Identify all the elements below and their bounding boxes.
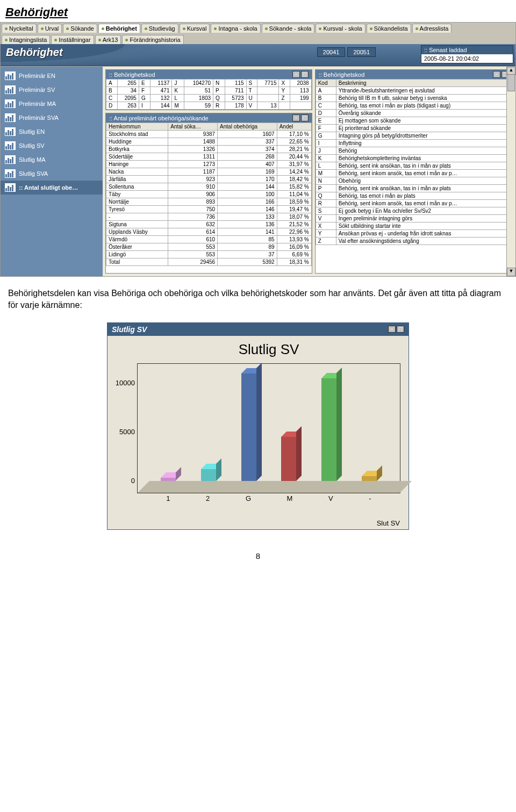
- tab-dot-icon: [319, 27, 321, 30]
- maximize-icon[interactable]: □: [397, 326, 404, 333]
- sidebar-item-7[interactable]: Slutlig SVA: [1, 167, 103, 181]
- tab-urval[interactable]: Urval: [38, 24, 62, 33]
- cell: 471: [150, 87, 172, 95]
- table-row: Haninge127340731,97 %: [106, 161, 312, 168]
- scroll-thumb[interactable]: [507, 74, 515, 91]
- cell: S: [246, 80, 257, 87]
- sidebar-item-label: Preliminär SVA: [19, 114, 59, 121]
- table-row: DÖverårig sökande: [316, 110, 512, 117]
- cell: 1326: [168, 146, 218, 153]
- tab-dot-icon: [41, 27, 44, 30]
- cell: 166: [218, 198, 277, 206]
- bar-G: [241, 373, 256, 481]
- cell: D: [106, 102, 118, 110]
- tab-kursval-skola[interactable]: Kursval - skola: [316, 24, 365, 33]
- chart-window-header: Slutlig SV – □: [108, 323, 408, 336]
- tab-inst-llningar[interactable]: Inställningar: [51, 35, 94, 44]
- year-button-20051[interactable]: 20051: [347, 47, 376, 57]
- cell: Behörig, sent inkom ansök, tas emot i må…: [336, 200, 512, 207]
- y-tick-label: 5000: [113, 428, 135, 436]
- tab-dot-icon: [214, 27, 217, 30]
- minimize-icon[interactable]: –: [493, 71, 500, 78]
- table-row: Nacka118716914,24 %: [106, 168, 312, 176]
- x-tick-label: 2: [206, 494, 210, 502]
- cell: 22,65 %: [277, 138, 311, 146]
- tab-studiev-g[interactable]: Studieväg: [141, 24, 178, 33]
- minimize-icon[interactable]: –: [292, 71, 300, 78]
- col-header[interactable]: Antal söka…: [168, 123, 218, 131]
- col-header[interactable]: Antal obehöriga: [218, 123, 277, 131]
- chart-window: Slutlig SV – □ Slutlig SV 12GMV- 0500010…: [107, 322, 409, 530]
- tab-label: Nyckeltal: [9, 25, 33, 32]
- cell: 199: [290, 95, 311, 102]
- tab-nyckeltal[interactable]: Nyckeltal: [2, 24, 37, 33]
- tab-dot-icon: [5, 39, 8, 41]
- tab-dot-icon: [370, 27, 372, 30]
- cell: 85: [218, 236, 277, 243]
- tab-kursval[interactable]: Kursval: [180, 24, 210, 33]
- minimize-icon[interactable]: –: [292, 114, 300, 121]
- y-tick-label: 10000: [113, 379, 135, 387]
- panel-title: :: Behörighetskod: [109, 71, 155, 78]
- cell: 29456: [168, 258, 218, 266]
- cell: Behörig, sent ink ansökan, tas in i mån …: [336, 162, 512, 170]
- cell: B: [316, 95, 336, 102]
- cell: 910: [168, 183, 218, 191]
- cell: Obehörig: [336, 177, 512, 185]
- cell: -: [106, 213, 168, 221]
- table-row: IInflyttning: [316, 140, 512, 147]
- panel-behörighetskod-counts: :: Behörighetskod – □ A265E1137J104270N1…: [105, 69, 312, 110]
- cell: 407: [218, 161, 277, 168]
- cell: 136: [218, 221, 277, 228]
- vertical-scrollbar[interactable]: ▲ ▼: [506, 67, 515, 276]
- sidebar-item-3[interactable]: Preliminär SVA: [1, 111, 103, 125]
- cell: Österåker: [106, 243, 168, 251]
- tab-f-r-ndringshistoria[interactable]: Förändringshistoria: [122, 35, 183, 44]
- col-header[interactable]: Hemkommun: [106, 123, 168, 131]
- tab-s-kande-skola[interactable]: Sökande - skola: [262, 24, 315, 33]
- sidebar-item-4[interactable]: Slutlig EN: [1, 125, 103, 139]
- tab-beh-righet[interactable]: Behörighet: [98, 24, 140, 33]
- cell: Haninge: [106, 161, 168, 168]
- bar-chart-icon: [5, 113, 16, 122]
- cell: G: [139, 95, 150, 102]
- tab-dot-icon: [54, 39, 57, 41]
- sidebar-item-6[interactable]: Slutlig MA: [1, 153, 103, 167]
- sidebar-item-0[interactable]: Preliminär EN: [1, 69, 103, 83]
- col-header[interactable]: Beskrivning: [336, 80, 512, 87]
- maximize-icon[interactable]: □: [301, 71, 309, 78]
- cell: 11,04 %: [277, 191, 311, 198]
- tab-label: Behörighet: [106, 25, 137, 32]
- cell: 34: [117, 87, 139, 95]
- tab-dot-icon: [98, 39, 101, 41]
- cell: Behörig, tas emot i mån av plats: [336, 192, 512, 200]
- tab-adresslista[interactable]: Adresslista: [412, 24, 452, 33]
- table-row: SEj godk betyg i En Ma och/eller Sv/Sv2: [316, 207, 512, 215]
- table-row: C2095G132L1803Q5723UZ199: [106, 95, 312, 102]
- maximize-icon[interactable]: □: [301, 114, 309, 121]
- scroll-down-icon[interactable]: ▼: [507, 268, 515, 276]
- sidebar-item-2[interactable]: Preliminär MA: [1, 97, 103, 111]
- cell: Y: [316, 230, 336, 238]
- tab-intagna-skola[interactable]: Intagna - skola: [211, 24, 260, 33]
- tab-s-kandelista[interactable]: Sökandelista: [367, 24, 411, 33]
- cell: K: [316, 155, 336, 162]
- sidebar-item-5[interactable]: Slutlig SV: [1, 139, 103, 153]
- cell: T: [246, 87, 257, 95]
- sidebar-item-1[interactable]: Preliminär SV: [1, 83, 103, 97]
- chart-legend: Slut SV: [377, 519, 400, 527]
- cell: 263: [117, 102, 139, 110]
- col-header[interactable]: Kod: [316, 80, 336, 87]
- col-header[interactable]: Andel: [277, 123, 311, 131]
- tab-ark13[interactable]: Ark13: [95, 35, 121, 44]
- tab-intagningslista[interactable]: Intagningslista: [2, 35, 50, 44]
- minimize-icon[interactable]: –: [388, 326, 396, 333]
- sidebar-item-8[interactable]: :: Antal slutligt obe…: [1, 181, 103, 195]
- bar-chart-icon: [5, 155, 16, 164]
- tab-s-kande[interactable]: Sökande: [63, 24, 97, 33]
- cell: Y: [279, 87, 290, 95]
- year-button-20041[interactable]: 20041: [317, 47, 346, 57]
- cell: Ej prioriterad sökande: [336, 125, 512, 132]
- table-row: CBehörig, tas emot i mån av plats (tidig…: [316, 102, 512, 110]
- table-row: Stockholms stad9387160717,10 %: [106, 131, 312, 138]
